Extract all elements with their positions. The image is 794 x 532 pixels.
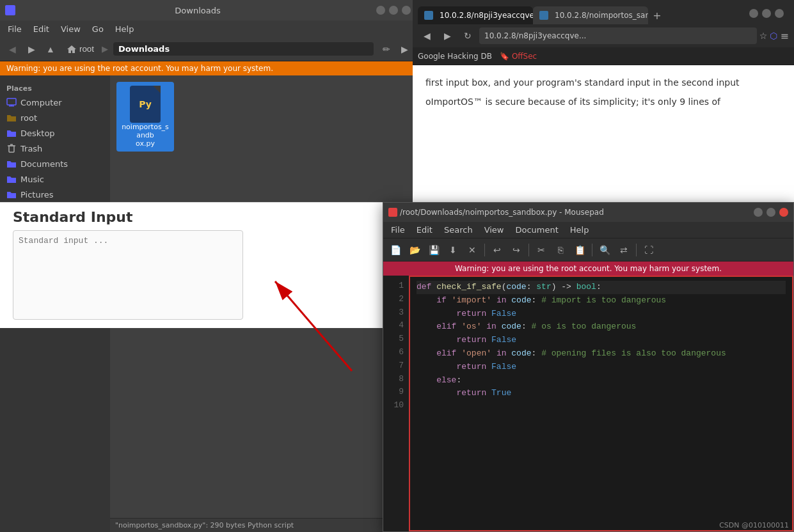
browser-content: first input box, and your program's stan…: [413, 65, 794, 202]
editor-root-warning: Warning: you are using the root account.…: [383, 262, 793, 276]
sidebar-item-pictures[interactable]: Pictures: [0, 187, 110, 202]
bookmark-ghdb-label: Google Hacking DB: [418, 52, 492, 61]
sidebar-item-computer[interactable]: Computer: [0, 95, 110, 110]
code-line-7: return False: [417, 361, 786, 374]
root-folder-icon: [6, 113, 17, 123]
fm-breadcrumb: Downloads: [113, 42, 374, 56]
code-line-2: if 'import' in code: # import is too dan…: [417, 294, 786, 308]
python-file-icon: [130, 86, 161, 123]
editor-paste-button[interactable]: 📋: [571, 242, 588, 258]
browser-win-controls: [744, 9, 789, 18]
tab-favicon-1: [424, 11, 433, 20]
sidebar-item-music[interactable]: Music: [0, 171, 110, 187]
editor-cut-button[interactable]: ✂: [533, 242, 550, 258]
editor-menu-file[interactable]: File: [386, 224, 410, 236]
fm-toolbar: ◀ ▶ ▲ root ▶ Downloads ✏ ▶: [0, 37, 416, 61]
fm-menu-view[interactable]: View: [56, 23, 86, 35]
editor-body: 1 2 3 4 5 6 7 8 9 10 def check_if_safe(c…: [383, 276, 793, 531]
fm-maximize-button[interactable]: [389, 6, 398, 15]
sidebar-item-pictures-label: Pictures: [20, 190, 53, 199]
editor-undo-button[interactable]: ↩: [489, 242, 505, 258]
editor-menu-document[interactable]: Document: [510, 224, 563, 236]
browser-maximize-button[interactable]: [762, 9, 771, 18]
code-line-6: elif 'open' in code: # opening files is …: [417, 347, 786, 361]
browser-pocket-button[interactable]: ⬡: [770, 31, 777, 41]
editor-find-button[interactable]: 🔍: [596, 242, 613, 258]
fm-menu-go[interactable]: Go: [87, 23, 109, 35]
editor-menu-view[interactable]: View: [479, 224, 509, 236]
line-num-6: 6: [383, 346, 409, 359]
browser-bookmark-ghdb[interactable]: Google Hacking DB: [418, 52, 492, 61]
fm-up-button[interactable]: ▲: [42, 41, 59, 58]
std-input-textarea[interactable]: [13, 230, 243, 320]
editor-close-button[interactable]: [779, 208, 788, 217]
editor-open-button[interactable]: 📂: [406, 242, 423, 258]
editor-menu-edit[interactable]: Edit: [411, 224, 438, 236]
watermark: CSDN @010100011: [719, 521, 789, 529]
browser-back-button[interactable]: ◀: [418, 27, 436, 45]
editor-redo-button[interactable]: ↪: [508, 242, 525, 258]
browser-refresh-button[interactable]: ↻: [459, 27, 477, 45]
fm-menu-edit[interactable]: Edit: [28, 23, 54, 35]
browser-new-tab-button[interactable]: +: [648, 6, 666, 24]
code-line-9: return True: [417, 387, 786, 400]
trash-icon: [6, 143, 17, 153]
line-num-4: 4: [383, 319, 409, 332]
browser-close-button[interactable]: [775, 9, 784, 18]
editor-code-area[interactable]: def check_if_safe(code: str) -> bool: if…: [409, 276, 793, 531]
sidebar-item-desktop[interactable]: Desktop: [0, 125, 110, 141]
fm-title: Downloads: [19, 6, 376, 15]
fm-minimize-button[interactable]: [376, 6, 385, 15]
browser-window: 10.0.2.8/n8pji3yeaccqve... ✕ 10.0.2.8/no…: [413, 0, 794, 202]
file-corner: [153, 86, 161, 93]
editor-menu-search[interactable]: Search: [439, 224, 478, 236]
editor-close-doc-button[interactable]: ✕: [464, 242, 480, 258]
editor-minimize-button[interactable]: [754, 208, 763, 217]
editor-maximize-button[interactable]: [766, 208, 775, 217]
browser-tab-1[interactable]: 10.0.2.8/n8pji3yeaccqve... ✕: [418, 6, 533, 24]
fm-menu-file[interactable]: File: [3, 23, 27, 35]
line-num-3: 3: [383, 306, 409, 320]
line-num-7: 7: [383, 359, 409, 373]
browser-address-text: 10.0.2.8/n8pji3yeaccqve...: [484, 31, 586, 40]
music-folder-icon: [6, 174, 17, 184]
editor-new-button[interactable]: 📄: [387, 242, 404, 258]
browser-minimize-button[interactable]: [749, 9, 758, 18]
browser-toolbar: ◀ ▶ ↻ 10.0.2.8/n8pji3yeaccqve... ☆ ⬡ ≡: [413, 24, 794, 47]
editor-menubar: File Edit Search View Document Help: [383, 222, 793, 239]
documents-folder-icon: [6, 159, 17, 169]
fm-breadcrumb-text: Downloads: [118, 44, 170, 54]
editor-save-all-button[interactable]: ⬇: [445, 242, 461, 258]
code-line-5: return False: [417, 334, 786, 347]
svg-rect-3: [9, 146, 14, 152]
fm-app-icon: [5, 5, 15, 15]
editor-copy-button[interactable]: ⎘: [552, 242, 569, 258]
sidebar-item-trash[interactable]: Trash: [0, 141, 110, 156]
fm-menu-help[interactable]: Help: [110, 23, 139, 35]
line-num-10: 10: [383, 399, 409, 412]
fm-edit-location-button[interactable]: ✏: [379, 42, 394, 57]
fm-file-item-python[interactable]: noimportos_sandbox.py: [116, 82, 174, 152]
browser-address-bar[interactable]: 10.0.2.8/n8pji3yeaccqve...: [479, 27, 757, 44]
fm-root-warning: Warning: you are using the root account.…: [0, 61, 416, 75]
computer-icon: [6, 97, 17, 107]
browser-tab-2[interactable]: 10.0.2.8/noimportos_sandb... ✕: [533, 6, 648, 24]
editor-fullscreen-button[interactable]: ⛶: [640, 242, 657, 258]
fm-close-button[interactable]: [402, 6, 411, 15]
fm-home-button[interactable]: root: [61, 42, 99, 56]
browser-menu-button[interactable]: ≡: [781, 30, 789, 42]
fm-next-pane-button[interactable]: ▶: [397, 42, 412, 57]
browser-forward-button[interactable]: ▶: [438, 27, 456, 45]
editor-menu-help[interactable]: Help: [565, 224, 594, 236]
sidebar-item-root[interactable]: root: [0, 110, 110, 125]
browser-bookmark-offsec[interactable]: 🔖 OffSec: [500, 52, 537, 61]
sidebar-item-trash-label: Trash: [20, 144, 42, 153]
browser-tab-1-label: 10.0.2.8/n8pji3yeaccqve...: [440, 11, 533, 20]
editor-save-button[interactable]: 💾: [425, 242, 442, 258]
fm-back-button[interactable]: ◀: [4, 41, 20, 58]
sidebar-item-documents[interactable]: Documents: [0, 156, 110, 171]
browser-bookmark-button[interactable]: ☆: [759, 31, 768, 41]
fm-forward-button[interactable]: ▶: [23, 41, 40, 58]
sidebar-item-desktop-label: Desktop: [20, 129, 55, 138]
editor-replace-button[interactable]: ⇄: [615, 242, 632, 258]
